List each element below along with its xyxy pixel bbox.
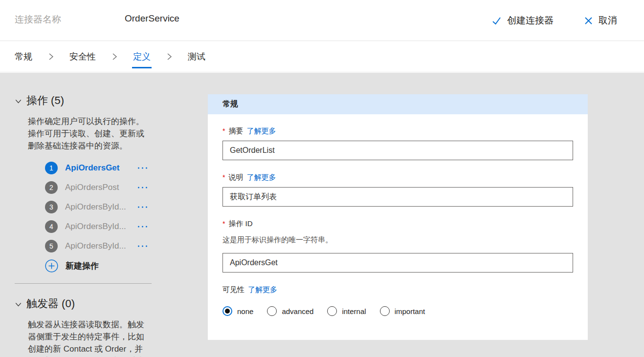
chevron-down-icon (15, 98, 22, 105)
radio-label: none (237, 307, 253, 315)
summary-learn-more-link[interactable]: 了解更多 (246, 126, 276, 136)
operation-label: ApiOrdersPost (65, 183, 119, 192)
new-operation-label: 新建操作 (66, 260, 99, 272)
cancel-button[interactable]: 取消 (584, 14, 617, 27)
checkmark-icon (491, 16, 502, 26)
operation-id-field-label: * 操作 ID (222, 219, 573, 229)
chevron-right-icon (165, 52, 173, 61)
visibility-radio-important[interactable]: important (380, 306, 425, 316)
operation-index-badge: 2 (45, 181, 58, 194)
operation-index-badge: 4 (45, 220, 58, 233)
tab-definition[interactable]: 定义 (133, 42, 151, 72)
summary-input[interactable] (222, 141, 573, 160)
operation-label: ApiOrdersById... (65, 202, 126, 212)
operation-item[interactable]: 5 ApiOrdersById... (15, 236, 166, 256)
description-label-text: 说明 (228, 173, 243, 182)
close-icon (584, 16, 593, 25)
visibility-field-label: 可见性 了解更多 (222, 285, 573, 294)
operation-index-badge: 1 (45, 162, 58, 174)
panel-header: 常规 (208, 94, 588, 114)
operation-label: ApiOrdersGet (65, 163, 119, 173)
operation-id-helper-text: 这是用于标识操作的唯一字符串。 (222, 235, 573, 245)
radio-button-icon (380, 306, 390, 316)
radio-label: advanced (282, 307, 313, 315)
radio-label: internal (342, 307, 366, 315)
tab-security[interactable]: 安全性 (69, 42, 96, 72)
general-panel: 常规 * 摘要 了解更多 * 说明 了解更多 * 操作 ID 这是用于标识操作的… (208, 94, 588, 340)
actions-description: 操作确定用户可以执行的操作。 操作可用于读取、创建、更新或 删除基础连接器中的资… (28, 115, 186, 152)
chevron-right-icon (47, 52, 55, 61)
description-input[interactable] (222, 187, 573, 207)
sidebar: 操作 (5) 操作确定用户可以执行的操作。 操作可用于读取、创建、更新或 删除基… (15, 73, 186, 357)
operation-label: ApiOrdersById... (65, 241, 126, 251)
operation-item[interactable]: 2 ApiOrdersPost (15, 178, 166, 197)
wizard-tabbar: 常规 安全性 定义 测试 (0, 42, 644, 72)
more-options-icon[interactable] (136, 243, 149, 250)
operation-item[interactable]: 1 ApiOrdersGet (15, 158, 166, 178)
tab-general[interactable]: 常规 (15, 42, 32, 72)
create-connector-label: 创建连接器 (507, 14, 554, 27)
visibility-learn-more-link[interactable]: 了解更多 (248, 285, 277, 294)
actions-section-header[interactable]: 操作 (5) (15, 93, 186, 108)
radio-label: important (395, 307, 425, 315)
required-asterisk: * (222, 220, 225, 228)
operations-list: 1 ApiOrdersGet 2 ApiOrdersPost 3 ApiOrde… (15, 158, 186, 256)
more-options-icon[interactable] (136, 165, 149, 172)
create-connector-button[interactable]: 创建连接器 (491, 14, 554, 27)
triggers-section-header[interactable]: 触发器 (0) (15, 296, 186, 311)
operation-id-label-text: 操作 ID (228, 219, 252, 229)
operation-item[interactable]: 4 ApiOrdersById... (15, 217, 166, 236)
topbar-actions: 创建连接器 取消 (491, 0, 617, 41)
new-operation-button[interactable]: 新建操作 (15, 256, 186, 275)
required-asterisk: * (222, 173, 225, 181)
top-bar: 连接器名称 OrderService 创建连接器 取消 (0, 0, 644, 41)
tab-test[interactable]: 测试 (188, 42, 205, 72)
triggers-description: 触发器从连接器读取数据。触发 器侧重于发生的特定事件，比如 创建的新 Conta… (28, 318, 186, 357)
operation-index-badge: 3 (45, 201, 58, 213)
visibility-radio-none[interactable]: none (222, 306, 253, 316)
actions-section-title: 操作 (5) (26, 93, 64, 108)
connector-name-value[interactable]: OrderService (125, 13, 179, 24)
chevron-down-icon (15, 301, 22, 308)
summary-label-text: 摘要 (228, 126, 243, 136)
operation-item[interactable]: 3 ApiOrdersById... (15, 197, 166, 217)
radio-button-icon (267, 306, 277, 316)
content-area: 操作 (5) 操作确定用户可以执行的操作。 操作可用于读取、创建、更新或 删除基… (0, 73, 644, 357)
description-field-label: * 说明 了解更多 (222, 173, 573, 182)
description-learn-more-link[interactable]: 了解更多 (246, 173, 276, 182)
connector-name-label: 连接器名称 (15, 13, 61, 26)
visibility-label-text: 可见性 (222, 285, 244, 294)
chevron-right-icon (111, 52, 118, 61)
operation-label: ApiOrdersById... (65, 222, 126, 231)
more-options-icon[interactable] (136, 184, 149, 191)
radio-button-icon (222, 306, 232, 316)
triggers-section-title: 触发器 (0) (26, 296, 75, 311)
operation-id-input[interactable] (222, 253, 573, 273)
visibility-radio-group: none advanced internal important (222, 306, 573, 316)
panel-body: * 摘要 了解更多 * 说明 了解更多 * 操作 ID 这是用于标识操作的唯一字… (208, 114, 588, 316)
operation-index-badge: 5 (45, 240, 58, 252)
sidebar-divider (15, 283, 152, 284)
more-options-icon[interactable] (136, 223, 149, 231)
summary-field-label: * 摘要 了解更多 (222, 126, 573, 136)
visibility-radio-advanced[interactable]: advanced (267, 306, 313, 316)
more-options-icon[interactable] (136, 204, 149, 211)
panel-title: 常规 (222, 99, 238, 109)
visibility-radio-internal[interactable]: internal (327, 306, 366, 316)
cancel-label: 取消 (599, 14, 617, 27)
plus-circle-icon (45, 259, 58, 273)
required-asterisk: * (222, 127, 225, 135)
radio-button-icon (327, 306, 337, 316)
